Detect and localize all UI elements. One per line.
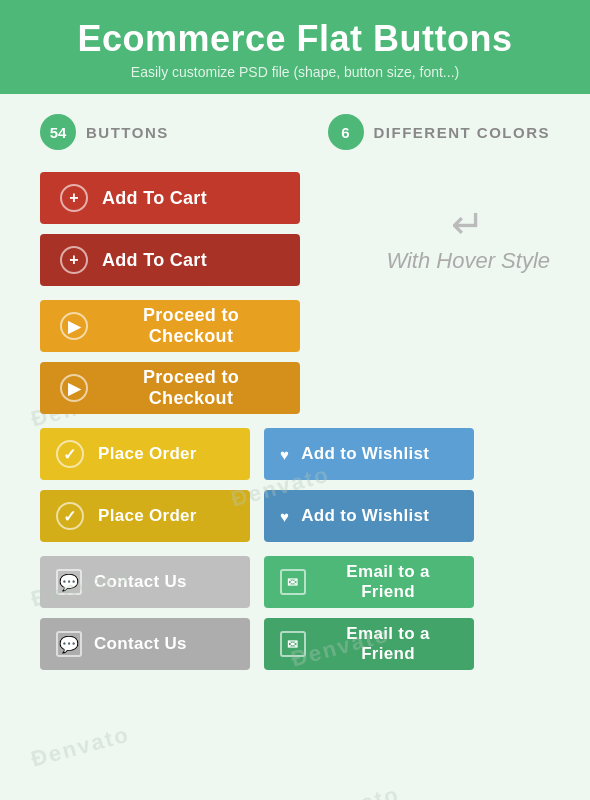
- add-to-cart-button[interactable]: + Add To Cart: [40, 172, 300, 224]
- add-wishlist-hover-button[interactable]: ♥ Add to Wishlist: [264, 490, 474, 542]
- proceed-checkout-section: ▶ Proceed to Checkout ▶ Proceed to Check…: [40, 300, 550, 414]
- place-order-row-2: ✓ Place Order ♥ Add to Wishlist: [40, 490, 550, 542]
- checkmark-icon: ✓: [56, 440, 84, 468]
- envelope-icon-hover: ✉: [280, 631, 306, 657]
- checkmark-icon-hover: ✓: [56, 502, 84, 530]
- plus-circle-icon-hover: +: [60, 246, 88, 274]
- proceed-checkout-button[interactable]: ▶ Proceed to Checkout: [40, 300, 300, 352]
- proceed-checkout-hover-button[interactable]: ▶ Proceed to Checkout: [40, 362, 300, 414]
- arrow-circle-icon-hover: ▶: [60, 374, 88, 402]
- place-order-button[interactable]: ✓ Place Order: [40, 428, 250, 480]
- count-badge-2: 6: [328, 114, 364, 150]
- add-wishlist-hover-label: Add to Wishlist: [301, 506, 429, 526]
- place-order-hover-button[interactable]: ✓ Place Order: [40, 490, 250, 542]
- hover-label-area: ↵ With Hover Style: [386, 204, 550, 274]
- stat-buttons: 54 BUTTONS: [40, 114, 169, 150]
- chat-bubble-icon-hover: 💬: [56, 631, 82, 657]
- place-order-row-1: ✓ Place Order ♥ Add to Wishlist: [40, 428, 550, 480]
- watermark-6: Ðenvato: [28, 721, 132, 772]
- proceed-checkout-hover-label: Proceed to Checkout: [102, 367, 280, 409]
- hover-label-text: With Hover Style: [386, 248, 550, 274]
- watermark-7: Ðenvato: [298, 781, 402, 800]
- contact-us-button[interactable]: 💬 Contact Us: [40, 556, 250, 608]
- contact-us-hover-label: Contact Us: [94, 634, 187, 654]
- chat-bubble-icon: 💬: [56, 569, 82, 595]
- email-friend-hover-button[interactable]: ✉ Email to a Friend: [264, 618, 474, 670]
- contact-us-label: Contact Us: [94, 572, 187, 592]
- place-order-label: Place Order: [98, 444, 197, 464]
- plus-circle-icon: +: [60, 184, 88, 212]
- contact-email-row-1: 💬 Contact Us ✉ Email to a Friend: [40, 556, 550, 608]
- count-badge-1: 54: [40, 114, 76, 150]
- arrow-circle-icon: ▶: [60, 312, 88, 340]
- envelope-icon: ✉: [280, 569, 306, 595]
- place-order-section: ✓ Place Order ♥ Add to Wishlist ✓ Place …: [40, 428, 550, 542]
- add-to-cart-label: Add To Cart: [102, 188, 207, 209]
- email-friend-hover-label: Email to a Friend: [318, 624, 458, 664]
- email-friend-label: Email to a Friend: [318, 562, 458, 602]
- stat-label-2: DIFFERENT COLORS: [374, 124, 551, 141]
- page-title: Ecommerce Flat Buttons: [0, 18, 590, 60]
- stat-label-1: BUTTONS: [86, 124, 169, 141]
- add-wishlist-label: Add to Wishlist: [301, 444, 429, 464]
- add-to-cart-hover-button[interactable]: + Add To Cart: [40, 234, 300, 286]
- heart-icon: ♥: [280, 446, 289, 463]
- heart-icon-hover: ♥: [280, 508, 289, 525]
- email-friend-button[interactable]: ✉ Email to a Friend: [264, 556, 474, 608]
- stats-row: 54 BUTTONS 6 DIFFERENT COLORS: [40, 114, 550, 150]
- page-subtitle: Easily customize PSD file (shape, button…: [0, 64, 590, 80]
- content-area: Ðenvato Ðenvato Ðenvato Ðenvato Ðenvato …: [0, 94, 590, 714]
- add-to-cart-hover-label: Add To Cart: [102, 250, 207, 271]
- contact-email-row-2: 💬 Contact Us ✉ Email to a Friend: [40, 618, 550, 670]
- hover-arrow-icon: ↵: [386, 204, 550, 244]
- stat-colors: 6 DIFFERENT COLORS: [328, 114, 551, 150]
- contact-us-hover-button[interactable]: 💬 Contact Us: [40, 618, 250, 670]
- contact-email-section: 💬 Contact Us ✉ Email to a Friend 💬 Conta…: [40, 556, 550, 670]
- add-wishlist-button[interactable]: ♥ Add to Wishlist: [264, 428, 474, 480]
- proceed-checkout-label: Proceed to Checkout: [102, 305, 280, 347]
- place-order-hover-label: Place Order: [98, 506, 197, 526]
- page-header: Ecommerce Flat Buttons Easily customize …: [0, 0, 590, 94]
